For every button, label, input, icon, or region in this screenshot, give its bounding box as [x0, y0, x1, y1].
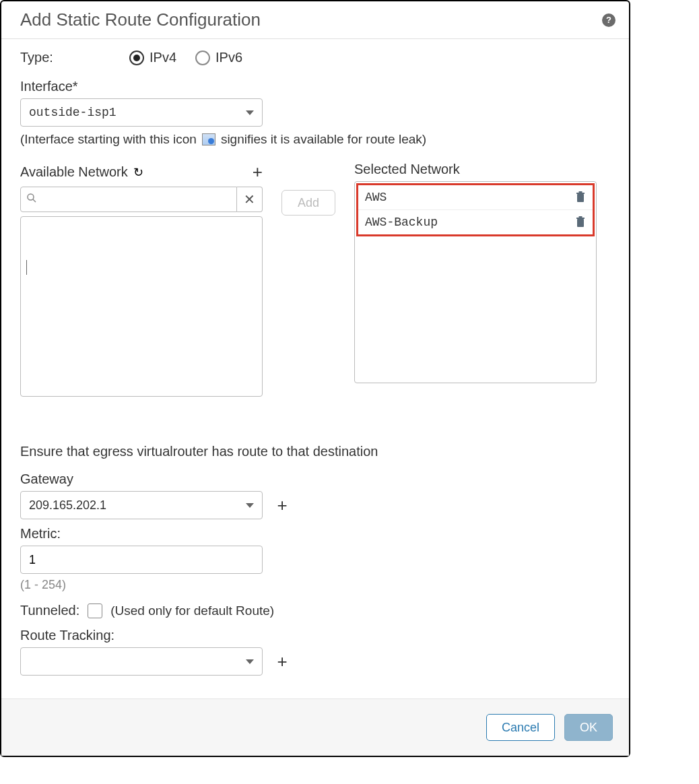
text-cursor: [26, 260, 27, 275]
dialog-header: Add Static Route Configuration ?: [1, 1, 629, 39]
metric-label: Metric:: [20, 526, 610, 542]
selected-network-label: Selected Network: [354, 162, 597, 177]
svg-rect-6: [576, 218, 585, 219]
interface-select[interactable]: outside-isp1: [20, 98, 263, 127]
gateway-label: Gateway: [20, 471, 610, 487]
interface-label: Interface*: [20, 79, 610, 94]
add-network-icon[interactable]: +: [253, 162, 263, 183]
gateway-value: 209.165.202.1: [29, 498, 106, 513]
available-network-list[interactable]: [20, 216, 263, 397]
help-icon[interactable]: ?: [602, 13, 615, 27]
svg-point-0: [28, 194, 34, 200]
refresh-icon[interactable]: ↻: [133, 165, 143, 180]
svg-rect-5: [577, 219, 584, 227]
dialog-add-static-route: Add Static Route Configuration ? Type: I…: [0, 0, 630, 757]
radio-icon-unchecked: [195, 51, 210, 65]
tunneled-label: Tunneled:: [20, 603, 79, 618]
add-gateway-icon[interactable]: +: [269, 491, 295, 519]
gateway-select[interactable]: 209.165.202.1: [20, 491, 263, 519]
radio-ipv4-label: IPv4: [149, 50, 176, 65]
selected-network-list: AWS AWS-Backup: [354, 181, 597, 383]
chevron-down-icon: [246, 110, 254, 115]
cancel-button[interactable]: Cancel: [486, 714, 555, 741]
available-network-label: Available Network: [20, 164, 128, 180]
selected-item-aws-backup[interactable]: AWS-Backup: [358, 210, 593, 234]
selected-highlight: AWS AWS-Backup: [356, 183, 595, 236]
add-route-tracking-icon[interactable]: +: [269, 647, 295, 676]
radio-ipv6-label: IPv6: [215, 50, 242, 65]
ok-button[interactable]: OK: [564, 714, 613, 741]
tunneled-checkbox[interactable]: [88, 603, 102, 618]
selected-item-label: AWS: [365, 191, 387, 204]
type-radio-group: IPv4 IPv6: [129, 50, 242, 65]
available-search-input[interactable]: [41, 193, 231, 206]
chevron-down-icon: [246, 503, 254, 508]
selected-item-aws[interactable]: AWS: [358, 185, 593, 210]
radio-icon-checked: [129, 51, 144, 65]
clear-search-icon[interactable]: ✕: [237, 187, 263, 212]
radio-ipv4[interactable]: IPv4: [129, 50, 176, 65]
route-tracking-label: Route Tracking:: [20, 628, 610, 643]
dialog-footer: Cancel OK: [1, 698, 629, 756]
metric-input[interactable]: [20, 546, 263, 574]
radio-ipv6[interactable]: IPv6: [195, 50, 242, 65]
available-search-box[interactable]: [20, 187, 237, 212]
svg-rect-4: [579, 191, 582, 193]
interface-hint: (Interface starting with this icon signi…: [20, 132, 610, 147]
selected-item-label: AWS-Backup: [365, 216, 438, 229]
route-tracking-select[interactable]: [20, 647, 263, 676]
type-label: Type:: [20, 50, 121, 65]
svg-rect-7: [579, 216, 582, 218]
interface-value: outside-isp1: [29, 106, 116, 119]
interface-hint-post: signifies it is available for route leak…: [221, 132, 426, 147]
add-button[interactable]: Add: [281, 190, 335, 216]
svg-line-1: [33, 199, 36, 202]
svg-rect-2: [577, 194, 584, 202]
dialog-title: Add Static Route Configuration: [20, 9, 261, 30]
svg-rect-3: [576, 193, 585, 194]
chevron-down-icon: [246, 659, 254, 664]
metric-range: (1 - 254): [20, 578, 610, 592]
egress-note: Ensure that egress virtualrouter has rou…: [20, 444, 610, 459]
dialog-body: Type: IPv4 IPv6 Interface* outside-isp1 …: [1, 39, 629, 698]
delete-icon[interactable]: [575, 191, 586, 203]
route-leak-icon: [202, 133, 215, 145]
tunneled-hint: (Used only for default Route): [110, 603, 274, 618]
delete-icon[interactable]: [575, 216, 586, 228]
search-icon: [26, 193, 37, 206]
interface-hint-pre: (Interface starting with this icon: [20, 132, 197, 147]
